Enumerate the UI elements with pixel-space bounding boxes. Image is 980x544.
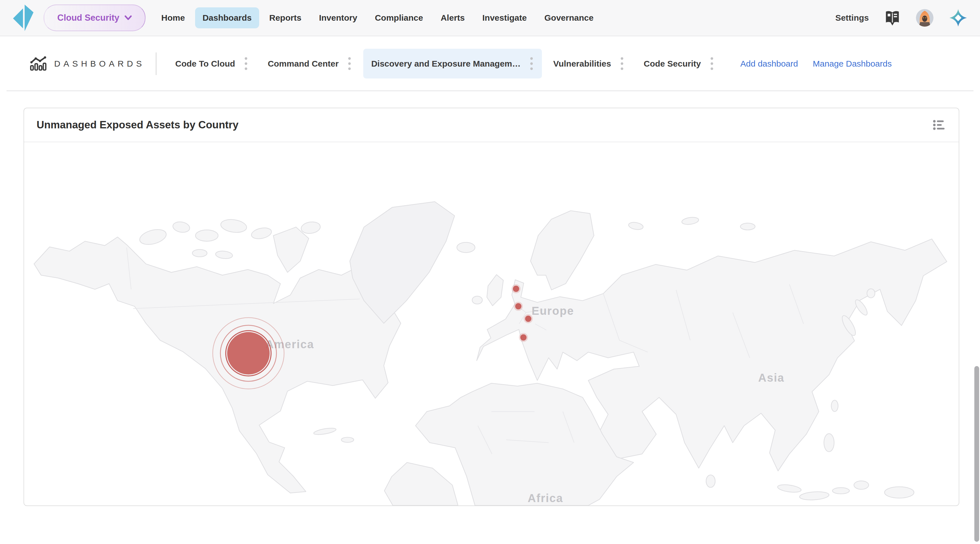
marker-italy[interactable]: [519, 333, 528, 342]
nav-item-investigate[interactable]: Investigate: [475, 7, 534, 29]
sparkle-glyph: [949, 8, 967, 27]
arctic-islands: [138, 218, 321, 272]
user-avatar[interactable]: [916, 9, 934, 27]
landmass-iceland: [457, 242, 475, 252]
tab-menu-kebab-icon[interactable]: [710, 56, 714, 71]
legend-list-icon[interactable]: [933, 119, 946, 131]
analytics-chart-icon: [29, 56, 47, 72]
nav-item-home[interactable]: Home: [154, 7, 192, 29]
tab-label: Code To Cloud: [175, 59, 235, 68]
dashboards-tab-bar: DASHBOARDS Code To Cloud Command Center …: [29, 49, 969, 78]
world-map: America Europe Asia Africa: [24, 142, 959, 506]
label-africa: Africa: [528, 492, 563, 504]
nav-item-inventory[interactable]: Inventory: [312, 7, 365, 29]
landmass-indonesia: [777, 481, 914, 501]
product-switcher[interactable]: Cloud Security: [44, 5, 145, 31]
landmasses: [34, 202, 947, 506]
tab-code-security[interactable]: Code Security: [636, 49, 722, 78]
world-map-container: America Europe Asia Africa: [24, 142, 959, 506]
nav-item-compliance[interactable]: Compliance: [368, 7, 430, 29]
tab-vulnerabilities[interactable]: Vulnerabilities: [545, 49, 632, 78]
manage-dashboards-link[interactable]: Manage Dashboards: [813, 59, 892, 68]
nav-item-alerts[interactable]: Alerts: [433, 7, 472, 29]
marker-denmark[interactable]: [512, 284, 520, 293]
landmass-north-america: [34, 237, 401, 493]
dashboards-section: DASHBOARDS: [29, 56, 145, 72]
tab-menu-kebab-icon[interactable]: [347, 56, 352, 71]
landmass-uk: [487, 274, 503, 306]
landmass-south-america: [384, 462, 458, 506]
vertical-scrollbar[interactable]: [974, 366, 979, 542]
widget-title: Unmanaged Exposed Assets by Country: [37, 119, 239, 131]
main-nav: Home Dashboards Reports Inventory Compli…: [154, 7, 601, 29]
tab-code-to-cloud[interactable]: Code To Cloud: [167, 49, 256, 78]
book-glyph: [884, 10, 900, 26]
add-dashboard-link[interactable]: Add dashboard: [740, 59, 798, 68]
tab-menu-kebab-icon[interactable]: [620, 56, 624, 71]
section-divider: [156, 52, 156, 75]
nav-item-dashboards[interactable]: Dashboards: [195, 7, 259, 29]
landmass-scandinavia: [531, 211, 594, 290]
tab-menu-kebab-icon[interactable]: [529, 56, 534, 71]
top-navigation-bar: Cloud Security Home Dashboards Reports I…: [0, 0, 980, 36]
nav-item-reports[interactable]: Reports: [262, 7, 309, 29]
nav-item-governance[interactable]: Governance: [537, 7, 601, 29]
tab-label: Command Center: [268, 59, 339, 68]
prisma-cloud-logo[interactable]: [13, 4, 35, 32]
list-glyph: [933, 119, 946, 131]
widget-header: Unmanaged Exposed Assets by Country: [24, 108, 959, 142]
tab-command-center[interactable]: Command Center: [260, 49, 360, 78]
tab-menu-kebab-icon[interactable]: [243, 56, 248, 71]
unmanaged-exposed-assets-widget: Unmanaged Exposed Assets by Country: [24, 108, 959, 506]
topnav-right-cluster: Settings: [835, 8, 967, 27]
tab-label: Vulnerabilities: [553, 59, 611, 68]
product-switcher-label: Cloud Security: [57, 13, 119, 23]
label-europe: Europe: [532, 305, 574, 317]
marker-germany[interactable]: [514, 302, 523, 311]
prisma-cloud-logo-icon: [13, 4, 35, 32]
tab-discovery-and-exposure-management[interactable]: Discovery and Exposure Managem…: [363, 49, 542, 78]
dashboards-section-label: DASHBOARDS: [54, 59, 145, 68]
chevron-down-icon: [124, 15, 132, 21]
tab-label: Discovery and Exposure Managem…: [371, 59, 520, 68]
avatar-image: [916, 9, 934, 27]
ai-sparkle-icon[interactable]: [949, 8, 967, 27]
label-asia: Asia: [758, 371, 784, 384]
tabbar-divider: [6, 90, 974, 91]
docs-book-icon[interactable]: [884, 10, 900, 26]
marker-austria[interactable]: [524, 314, 533, 323]
tab-label: Code Security: [644, 59, 701, 68]
settings-button[interactable]: Settings: [835, 13, 869, 23]
